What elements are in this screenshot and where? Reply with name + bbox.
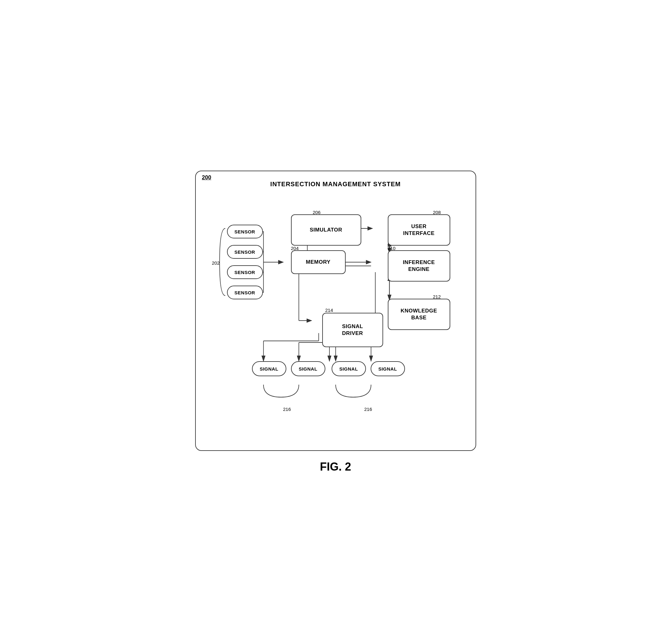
diagram-content: SENSOR SENSOR SENSOR SENSOR 202 MEMORY 2… <box>208 191 463 435</box>
ref-212: 212 <box>433 294 441 299</box>
ref-202: 202 <box>212 260 220 265</box>
diagram-outer: INTERSECTION MANAGEMENT SYSTEM 200 <box>195 171 476 473</box>
sensor-3: SENSOR <box>227 265 263 279</box>
ref-216b: 216 <box>364 407 372 412</box>
ref-216a: 216 <box>283 407 291 412</box>
knowledge-base-box: KNOWLEDGE BASE <box>388 299 450 330</box>
sensor-4: SENSOR <box>227 286 263 299</box>
ref-206: 206 <box>313 210 321 215</box>
signal-2: SIGNAL <box>291 361 325 376</box>
ref-210: 210 <box>388 246 396 251</box>
simulator-box: SIMULATOR <box>291 214 361 246</box>
sensor-2: SENSOR <box>227 245 263 259</box>
signal-4: SIGNAL <box>371 361 405 376</box>
signal-driver-box: SIGNAL DRIVER <box>322 313 383 347</box>
memory-box: MEMORY <box>291 250 346 274</box>
user-interface-box: USER INTERFACE <box>388 214 450 246</box>
diagram-container: INTERSECTION MANAGEMENT SYSTEM 200 <box>195 171 476 451</box>
inference-engine-box: INFERENCE ENGINE <box>388 250 450 282</box>
diagram-ref: 200 <box>202 174 211 181</box>
sensor-1: SENSOR <box>227 225 263 238</box>
diagram-title: INTERSECTION MANAGEMENT SYSTEM <box>208 181 463 188</box>
signal-1: SIGNAL <box>252 361 286 376</box>
ref-204: 204 <box>291 246 299 251</box>
ref-208: 208 <box>433 210 441 215</box>
ref-214: 214 <box>325 308 333 313</box>
signal-3: SIGNAL <box>332 361 366 376</box>
fig-caption: FIG. 2 <box>195 460 476 473</box>
